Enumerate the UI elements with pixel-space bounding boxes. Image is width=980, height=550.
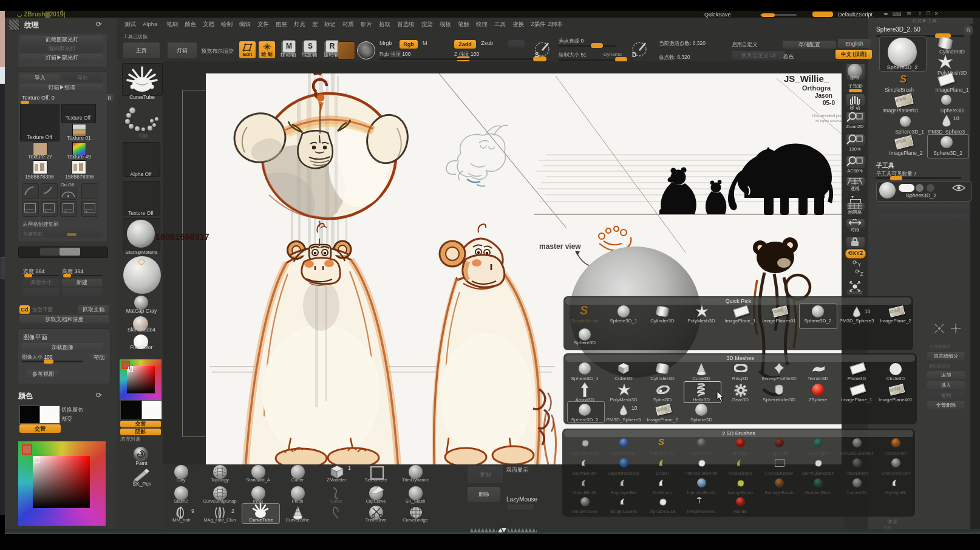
svg-text:master view: master view (539, 242, 581, 251)
svg-text:05-0: 05-0 (823, 100, 835, 106)
svg-text:Uncorrected proof: Uncorrected proof (812, 114, 842, 118)
svg-text:Jason: Jason (815, 92, 832, 99)
svg-text:Orthogra: Orthogra (802, 84, 831, 92)
svg-text:D: D (632, 52, 636, 58)
svg-text:JS_Willie_: JS_Willie_ (784, 73, 829, 84)
svg-text:S: S (535, 52, 539, 58)
svg-text:all rights reserved: all rights reserved (815, 119, 842, 123)
